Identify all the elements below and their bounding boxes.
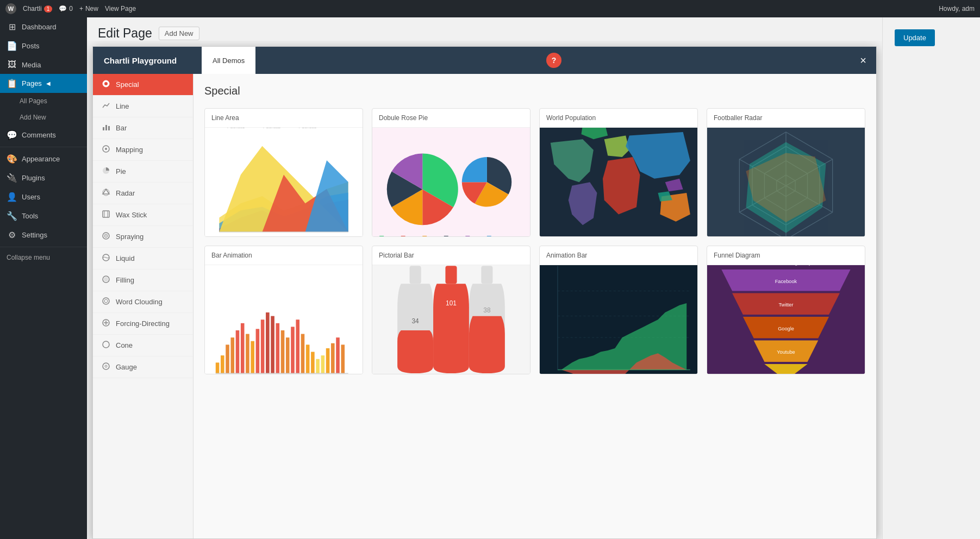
sidebar-label-filling: Filling bbox=[116, 276, 134, 284]
sidebar-item-bar[interactable]: Bar bbox=[93, 117, 193, 139]
sidebar-label-comments: Comments bbox=[22, 131, 56, 139]
main-layout: ⊞ Dashboard 📄 Posts 🖼 Media 📋 Pages ◀ Al… bbox=[0, 17, 980, 539]
sidebar-label-radar: Radar bbox=[116, 189, 135, 197]
sidebar-sub-add-new[interactable]: Add New bbox=[0, 109, 87, 126]
chart-title-world-population: World Population bbox=[540, 109, 697, 128]
sidebar-item-wax-stick[interactable]: Wax Stick bbox=[93, 204, 193, 226]
svg-text:101: 101 bbox=[446, 299, 457, 307]
close-button[interactable]: × bbox=[856, 53, 871, 68]
pages-icon: 📋 bbox=[7, 78, 17, 89]
sidebar-item-filling[interactable]: Filling bbox=[93, 270, 193, 291]
sidebar-item-liquid[interactable]: Liquid bbox=[93, 248, 193, 270]
sidebar-label-bar: Bar bbox=[116, 124, 127, 132]
svg-rect-73 bbox=[326, 348, 330, 373]
page-title: Edit Page bbox=[98, 26, 152, 41]
sidebar-item-plugins[interactable]: 🔌 Plugins bbox=[0, 168, 87, 187]
sidebar-item-mapping[interactable]: Mapping bbox=[93, 139, 193, 161]
svg-rect-4 bbox=[108, 126, 110, 130]
sidebar-item-gauge[interactable]: Gauge bbox=[93, 356, 193, 378]
sidebar-divider bbox=[0, 147, 87, 147]
sidebar-item-media[interactable]: 🖼 Media bbox=[0, 55, 87, 74]
sidebar-label-liquid: Liquid bbox=[116, 254, 135, 262]
sidebar-item-pages[interactable]: 📋 Pages ◀ bbox=[0, 74, 87, 93]
sidebar-label-appearance: Appearance bbox=[22, 155, 60, 163]
sidebar-item-users[interactable]: 👤 Users bbox=[0, 187, 87, 206]
add-new-button[interactable]: Add New bbox=[159, 27, 199, 40]
chart-preview-pictorial-bar: ■ Full ■ Empty bbox=[372, 265, 530, 374]
chart-card-line-area[interactable]: Line Area ● Series1 ● Series2 ● Series3 bbox=[204, 108, 363, 237]
wp-logo-item[interactable]: W bbox=[5, 3, 16, 14]
chart-preview-animation-bar bbox=[540, 265, 697, 374]
view-page-item[interactable]: View Page bbox=[105, 5, 136, 12]
word-clouding-icon bbox=[101, 297, 111, 307]
chart-card-bar-animation[interactable]: Bar Animation ■ Series1 ■ Series2 ■ Seri… bbox=[204, 246, 363, 374]
settings-icon: ⚙ bbox=[7, 230, 17, 240]
svg-rect-36 bbox=[465, 236, 470, 236]
sidebar-label-forcing-directing: Forcing-Directing bbox=[116, 319, 170, 328]
overlay-tabs: All Demos bbox=[202, 47, 255, 74]
sidebar-sub-all-pages[interactable]: All Pages bbox=[0, 93, 87, 109]
collapse-menu-button[interactable]: Collapse menu bbox=[0, 249, 87, 266]
svg-text:Facebook: Facebook bbox=[775, 279, 797, 284]
comment-item[interactable]: 💬 0 bbox=[59, 5, 73, 12]
svg-rect-84 bbox=[481, 266, 492, 284]
sidebar-item-forcing-directing[interactable]: Forcing-Directing bbox=[93, 313, 193, 335]
sidebar-item-radar[interactable]: Radar bbox=[93, 183, 193, 204]
chart-card-pictorial-bar[interactable]: Pictorial Bar ■ Full ■ Empty bbox=[372, 246, 530, 374]
sidebar-item-dashboard[interactable]: ⊞ Dashboard bbox=[0, 17, 87, 36]
sidebar-label-cone: Cone bbox=[116, 341, 133, 349]
sidebar-item-line[interactable]: Line bbox=[93, 96, 193, 117]
svg-text:34: 34 bbox=[411, 317, 419, 325]
tools-icon: 🔧 bbox=[7, 211, 17, 221]
dashboard-icon: ⊞ bbox=[7, 22, 17, 32]
collapse-label: Collapse menu bbox=[7, 254, 50, 261]
new-label: New bbox=[85, 5, 98, 12]
howdy-text: Howdy, adm bbox=[939, 5, 975, 12]
pages-arrow: ◀ bbox=[46, 80, 51, 86]
filling-icon bbox=[101, 275, 111, 285]
sidebar-label-word-clouding: Word Clouding bbox=[116, 298, 163, 306]
sidebar-item-special[interactable]: Special bbox=[93, 74, 193, 96]
svg-point-24 bbox=[103, 341, 109, 348]
svg-point-6 bbox=[105, 148, 107, 150]
special-icon bbox=[101, 79, 111, 90]
sidebar-item-settings[interactable]: ⚙ Settings bbox=[0, 225, 87, 245]
chart-card-funnel-diagram[interactable]: Funnel Diagram Social Media Using Analys… bbox=[707, 246, 865, 374]
edit-page-header: Edit Page Add New bbox=[87, 17, 882, 41]
tab-all-demos[interactable]: All Demos bbox=[202, 47, 255, 74]
svg-rect-58 bbox=[251, 341, 254, 373]
overlay-body: Special Line Bar bbox=[93, 74, 876, 538]
sidebar-item-cone[interactable]: Cone bbox=[93, 335, 193, 356]
svg-text:Twitter: Twitter bbox=[778, 302, 793, 308]
update-button[interactable]: Update bbox=[895, 29, 935, 46]
chartli-overlay: Chartli Playground All Demos ? × bbox=[92, 46, 877, 539]
svg-rect-68 bbox=[301, 334, 305, 373]
svg-rect-10 bbox=[103, 211, 109, 217]
svg-rect-65 bbox=[286, 337, 290, 373]
add-new-sub-label: Add New bbox=[20, 114, 46, 121]
sidebar-item-pie[interactable]: Pie bbox=[93, 161, 193, 183]
chart-grid: Line Area ● Series1 ● Series2 ● Series3 bbox=[204, 108, 865, 374]
plugins-icon: 🔌 bbox=[7, 173, 17, 183]
notif-count: 1 bbox=[44, 5, 53, 12]
svg-rect-57 bbox=[246, 334, 249, 373]
sidebar-label-pie: Pie bbox=[116, 167, 126, 176]
section-title: Special bbox=[204, 85, 865, 97]
help-button[interactable]: ? bbox=[546, 53, 561, 68]
sidebar-item-appearance[interactable]: 🎨 Appearance bbox=[0, 149, 87, 168]
sidebar-item-posts[interactable]: 📄 Posts bbox=[0, 36, 87, 55]
sidebar-item-word-clouding[interactable]: Word Clouding bbox=[93, 291, 193, 313]
svg-rect-64 bbox=[281, 330, 285, 373]
sidebar-item-spraying[interactable]: Spraying bbox=[93, 226, 193, 248]
chart-card-dobule-rose-pie[interactable]: Dobule Rose Pie ● A ● B ● C ● D ● E ● F bbox=[372, 108, 530, 237]
radar-icon bbox=[101, 188, 111, 198]
chart-card-footballer-radar[interactable]: Footballer Radar bbox=[707, 108, 865, 237]
content-area: Edit Page Add New Chartli Playground All… bbox=[87, 17, 882, 539]
svg-rect-34 bbox=[422, 236, 427, 236]
site-name-item[interactable]: Chartli 1 bbox=[23, 5, 52, 12]
chart-card-world-population[interactable]: World Population bbox=[539, 108, 698, 237]
chart-card-animation-bar[interactable]: Animation Bar bbox=[539, 246, 698, 374]
sidebar-item-comments[interactable]: 💬 Comments bbox=[0, 126, 87, 145]
sidebar-item-tools[interactable]: 🔧 Tools bbox=[0, 206, 87, 225]
new-item[interactable]: + New bbox=[79, 5, 98, 12]
